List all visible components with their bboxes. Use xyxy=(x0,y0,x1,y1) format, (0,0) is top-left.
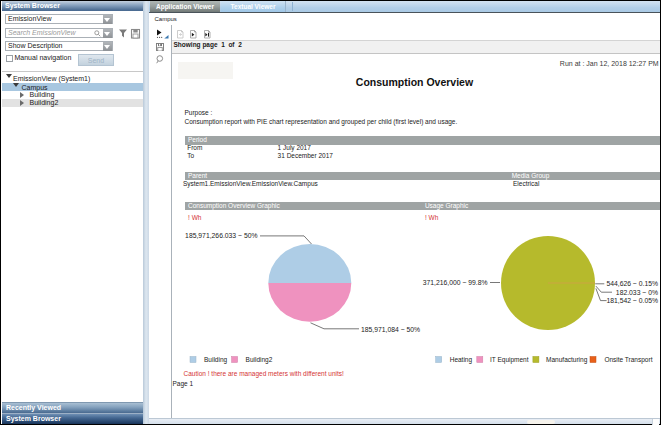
svg-text:Building: Building xyxy=(204,356,228,364)
svg-text:371,216,000 ~ 99.8%: 371,216,000 ~ 99.8% xyxy=(423,279,488,286)
svg-text:Building2: Building2 xyxy=(246,356,273,364)
svg-text:181,542 ~ 0.05%: 181,542 ~ 0.05% xyxy=(606,297,658,304)
svg-text:182.033 ~ 0%: 182.033 ~ 0% xyxy=(616,289,658,296)
svg-text:544,626 ~ 0.15%: 544,626 ~ 0.15% xyxy=(606,280,658,287)
svg-text:Manufacturing: Manufacturing xyxy=(546,356,588,364)
svg-text:185,971,266.033 ~ 50%: 185,971,266.033 ~ 50% xyxy=(185,232,257,239)
svg-text:185,971,084 ~ 50%: 185,971,084 ~ 50% xyxy=(361,326,420,333)
svg-text:Onsite Transport: Onsite Transport xyxy=(604,356,652,364)
svg-text:IT Equipment: IT Equipment xyxy=(490,356,529,364)
svg-text:Heating: Heating xyxy=(450,356,473,364)
